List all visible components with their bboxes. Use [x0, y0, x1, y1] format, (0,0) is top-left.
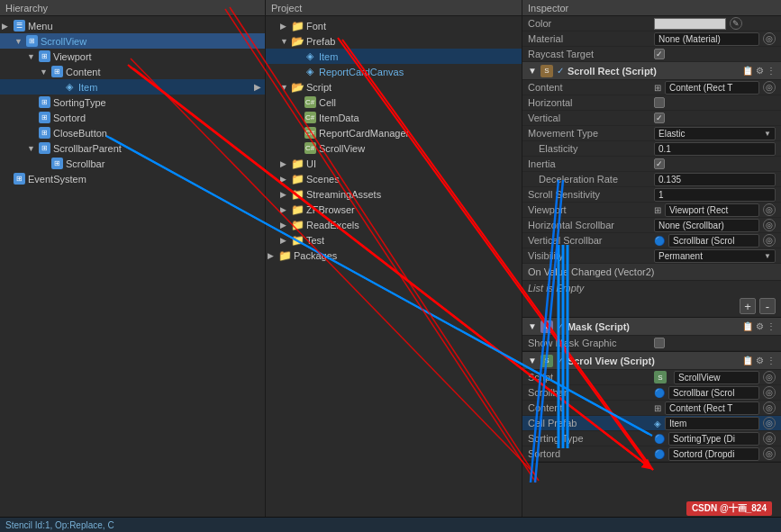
tree-item-test[interactable]: ▶ 📁 Test [266, 232, 522, 248]
sr-scrollsens-row: Scroll Sensitivity 1 [522, 187, 781, 203]
svs-content-row: Content ⊞ Content (Rect T ◎ [522, 401, 781, 416]
label-viewport: Viewport [53, 51, 92, 62]
tree-item-streamingassets[interactable]: ▶ 📁 StreamingAssets [266, 186, 522, 202]
tree-item-script-folder[interactable]: ▼ 📂 Script [266, 79, 522, 95]
arrow-readexcels: ▶ [280, 221, 291, 230]
sr-visibility-dropdown[interactable]: Permanent ▼ [654, 249, 776, 263]
inspector-body: Color ✎ Material None (Material) ◎ Rayca… [522, 16, 781, 532]
raycast-checkbox[interactable] [654, 49, 665, 59]
mask-showgraphic-checkbox[interactable] [654, 338, 665, 348]
icon-content: ⊞ [50, 66, 63, 78]
tree-item-menu[interactable]: ▶ ☰ Menu [0, 18, 265, 33]
sr-elasticity-field[interactable]: 0.1 [654, 142, 776, 156]
sr-horizontal-value [654, 97, 776, 108]
mask-section: ▼ M ✓ Mask (Script) 📋 ⚙ ⋮ Show Mask Grap… [522, 318, 781, 352]
add-remove-row: + - [522, 295, 781, 317]
inspector-panel: Inspector Color ✎ Material None (Materia… [522, 0, 781, 532]
tree-item-scrollview[interactable]: ▼ ⊞ ScrollView [0, 33, 265, 49]
sr-horizontal-label: Horizontal [528, 97, 654, 108]
svs-script-btn[interactable]: ◎ [763, 371, 776, 383]
tree-item-sortingtype[interactable]: ⊞ SortingType [0, 95, 265, 110]
tree-item-cell[interactable]: C# Cell [266, 95, 522, 110]
label-content: Content [66, 67, 101, 77]
tree-item-reportcardmanager[interactable]: C# ReportCardManager [266, 125, 522, 140]
sr-movtype-row: Movement Type Elastic ▼ [522, 126, 781, 141]
svs-sortingtype-btn[interactable]: ◎ [763, 432, 776, 445]
mask-header[interactable]: ▼ M ✓ Mask (Script) 📋 ⚙ ⋮ [522, 318, 781, 336]
add-btn[interactable]: + [740, 298, 756, 314]
icon-item-prefab: ◈ [63, 81, 76, 94]
sr-viewport-label: Viewport [528, 204, 654, 215]
tree-item-prefab-folder[interactable]: ▼ 📂 Prefab [266, 33, 522, 49]
sr-hscrollbar-btn[interactable]: ◎ [763, 219, 776, 231]
tree-item-zfbrowser[interactable]: ▶ 📁 ZFBrowser [266, 202, 522, 217]
sr-vertical-checkbox[interactable] [654, 113, 665, 123]
sr-elasticity-value: 0.1 [654, 142, 776, 156]
label-cell: Cell [319, 97, 336, 108]
tree-item-scrollview-script[interactable]: C# ScrollView [266, 140, 522, 156]
arrow-menu: ▶ [2, 22, 13, 31]
tree-item-item[interactable]: ◈ Item ▶ [0, 79, 265, 95]
sr-viewport-dot: ⊞ [654, 205, 661, 215]
svs-check: ✓ [557, 356, 564, 365]
tree-item-viewport[interactable]: ▼ ⊞ Viewport [0, 49, 265, 64]
overflow-icon: ⋮ [767, 66, 776, 76]
tree-item-eventsystem[interactable]: ⊞ EventSystem [0, 171, 265, 186]
hierarchy-title: Hierarchy [5, 3, 48, 14]
sr-horizontal-checkbox[interactable] [654, 97, 665, 108]
svs-sortord-value: 🔵 Sortord (Dropdi ◎ [654, 447, 776, 461]
color-value: ✎ [654, 17, 776, 30]
icon-reportcardmanager: C# [304, 127, 316, 140]
arrow-ui: ▶ [280, 159, 291, 168]
sr-vscrollbar-btn[interactable]: ◎ [763, 234, 776, 247]
sr-inertia-checkbox[interactable] [654, 158, 665, 169]
color-row: Color ✎ [522, 16, 781, 32]
label-scenes: Scenes [306, 174, 340, 185]
tree-item-item-prefab[interactable]: ◈ Item [266, 49, 522, 64]
svs-script-icon: S [654, 371, 667, 383]
svs-sortord-btn[interactable]: ◎ [763, 447, 776, 460]
icon-item-prefab2: ◈ [304, 50, 316, 63]
tree-item-packages[interactable]: ▶ 📁 Packages [266, 248, 522, 263]
tree-item-ui[interactable]: ▶ 📁 UI [266, 156, 522, 171]
material-label: Material [528, 33, 654, 44]
scroll-rect-header[interactable]: ▼ S ✓ Scroll Rect (Script) 📋 ⚙ ⋮ [522, 62, 781, 80]
tree-item-scrollbar[interactable]: ⊞ Scrollbar [0, 156, 265, 171]
scrollview-script-header[interactable]: ▼ S ✓ Scrol View (Script) 📋 ⚙ ⋮ [522, 352, 781, 370]
item-arrow-right: ▶ [254, 82, 261, 92]
book-icon: 📋 [742, 66, 753, 76]
tree-item-itemdata[interactable]: C# ItemData [266, 110, 522, 125]
sr-viewport-btn[interactable]: ◎ [763, 203, 776, 216]
tree-item-sortord[interactable]: ⊞ Sortord [0, 110, 265, 125]
svs-cellprefab-btn[interactable]: ◎ [763, 417, 776, 429]
tree-item-reportcardcanvas[interactable]: ◈ ReportCardCanvas [266, 64, 522, 79]
sr-content-btn[interactable]: ◎ [763, 81, 776, 94]
inspector-header: Inspector [522, 0, 781, 16]
sr-viewport-field: Viewport (Rect [665, 203, 759, 217]
arrow-viewport: ▼ [27, 52, 38, 61]
sr-movtype-dropdown[interactable]: Elastic ▼ [654, 127, 776, 140]
sr-vscrollbar-label: Vertical Scrollbar [528, 235, 654, 246]
tree-item-content[interactable]: ▼ ⊞ Content [0, 64, 265, 79]
color-swatch[interactable] [654, 18, 726, 30]
tree-item-closebutton[interactable]: ⊞ CloseButton [0, 125, 265, 140]
tree-item-scenes[interactable]: ▶ 📁 Scenes [266, 171, 522, 186]
color-edit-btn[interactable]: ✎ [730, 17, 742, 30]
svs-collapse-icon: ▼ [528, 356, 537, 365]
material-select-btn[interactable]: ◎ [763, 32, 776, 45]
svs-scrollbar-btn[interactable]: ◎ [763, 386, 776, 399]
sr-deceleration-field[interactable]: 0.135 [654, 173, 776, 186]
scroll-rect-section: ▼ S ✓ Scroll Rect (Script) 📋 ⚙ ⋮ Content… [522, 62, 781, 318]
sr-content-value: ⊞ Content (Rect T ◎ [654, 81, 776, 95]
svs-content-btn[interactable]: ◎ [763, 401, 776, 414]
sr-viewport-value: ⊞ Viewport (Rect ◎ [654, 203, 776, 217]
remove-btn[interactable]: - [759, 298, 776, 314]
scroll-rect-collapse-icon: ▼ [528, 66, 537, 76]
tree-item-font[interactable]: ▶ 📁 Font [266, 18, 522, 33]
sr-scrollsens-field[interactable]: 1 [654, 188, 776, 202]
bottom-bar-text: Stencil Id:1, Op:Replace, C [5, 520, 114, 530]
tree-item-scrollbarparent[interactable]: ▼ ⊞ ScrollbarParent [0, 140, 265, 156]
svs-icon: S [540, 355, 553, 367]
tree-item-readexcels[interactable]: ▶ 📁 ReadExcels [266, 217, 522, 232]
sr-vscrollbar-dot: 🔵 [654, 236, 665, 246]
